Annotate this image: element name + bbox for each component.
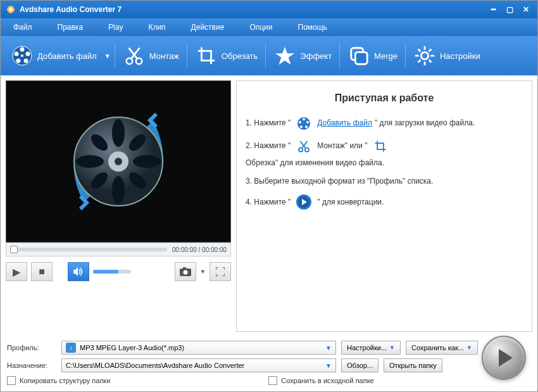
gear-icon [413, 44, 436, 67]
svg-point-1 [20, 47, 25, 52]
svg-point-3 [24, 59, 28, 63]
menu-file[interactable]: Файл [13, 23, 32, 32]
svg-point-24 [112, 119, 125, 147]
minimize-button[interactable]: ━ [487, 3, 499, 16]
svg-point-7 [127, 58, 132, 64]
snapshot-button[interactable] [175, 262, 196, 281]
play-button[interactable]: ▶ [6, 262, 27, 281]
svg-point-38 [303, 118, 305, 120]
app-title: Avdshare Audio Converter 7 [20, 5, 122, 14]
chevron-down-icon: ▼ [325, 345, 332, 351]
checkbox-icon [268, 376, 277, 385]
gs-step-1: 1. Нажмите " Добавить файл " для загрузк… [246, 115, 523, 132]
content-area: 00:00:00 / 00:00:00 ▶ ■ ▼ [1, 75, 537, 337]
add-file-link[interactable]: Добавить файл [317, 117, 372, 129]
bottom-panel: Профиль: ♪ MP3 MPEG Layer-3 Audio(*.mp3)… [1, 337, 537, 391]
mp3-icon: ♪ [66, 343, 76, 353]
svg-point-5 [15, 52, 19, 56]
merge-icon [347, 44, 370, 67]
maximize-button[interactable]: ▢ [503, 3, 516, 16]
profile-value: MP3 MPEG Layer-3 Audio(*.mp3) [80, 344, 184, 351]
svg-point-8 [136, 58, 142, 64]
settings-button[interactable]: Настройки [410, 42, 484, 70]
gs-step-3: 3. Выберите выходной формат из "Профиль"… [246, 175, 523, 187]
svg-point-6 [21, 54, 23, 57]
svg-point-35 [184, 270, 188, 275]
scissors-icon [123, 44, 146, 67]
merge-button[interactable]: Merge [344, 42, 401, 70]
menubar: Файл Правка Play Клип Действие Опции Пом… [1, 18, 537, 36]
app-logo-icon [6, 4, 16, 15]
add-file-button[interactable]: Добавить файл [7, 42, 101, 70]
crop-label: Обрезать [222, 51, 258, 61]
chevron-down-icon: ▼ [325, 362, 332, 369]
fullscreen-button[interactable] [210, 262, 231, 281]
convert-button[interactable] [482, 336, 526, 380]
open-folder-button[interactable]: Открыть папку [384, 358, 442, 372]
svg-point-13 [421, 52, 428, 59]
svg-point-2 [26, 52, 30, 56]
svg-line-18 [418, 49, 421, 52]
gs-title: Приступая к работе [246, 92, 523, 104]
svg-rect-36 [183, 267, 186, 269]
playback-controls: ▶ ■ ▼ [6, 260, 231, 283]
svg-point-39 [306, 121, 309, 123]
menu-clip[interactable]: Клип [148, 23, 165, 32]
menu-options[interactable]: Опции [249, 23, 272, 32]
menu-edit[interactable]: Правка [58, 23, 84, 32]
copy-structure-checkbox[interactable]: Копировать структуру папки [7, 376, 110, 385]
browse-button[interactable]: Обзор... [341, 358, 378, 372]
svg-point-40 [305, 125, 308, 128]
add-file-label: Добавить файл [37, 51, 97, 61]
dest-combo[interactable]: C:\Users\MLOADS\Documents\Avdshare Audio… [61, 358, 336, 372]
placeholder-wheel-icon [65, 108, 172, 215]
svg-point-44 [305, 148, 309, 151]
star-icon [273, 44, 296, 67]
trim-label: Монтаж [149, 51, 179, 61]
menu-action[interactable]: Действие [191, 23, 225, 32]
stop-button[interactable]: ■ [31, 262, 53, 281]
profile-label: Профиль: [7, 344, 56, 351]
video-preview [6, 80, 231, 243]
profile-combo[interactable]: ♪ MP3 MPEG Layer-3 Audio(*.mp3) ▼ [61, 341, 336, 355]
close-button[interactable]: ✕ [520, 3, 532, 16]
preview-pane: 00:00:00 / 00:00:00 ▶ ■ ▼ [6, 80, 231, 332]
seek-thumb[interactable] [10, 246, 18, 253]
checkbox-icon [7, 376, 16, 385]
svg-point-27 [133, 155, 161, 168]
getting-started-panel: Приступая к работе 1. Нажмите " Добавить… [236, 80, 532, 332]
app-window: Avdshare Audio Converter 7 ━ ▢ ✕ Файл Пр… [0, 0, 538, 392]
trim-button[interactable]: Монтаж [119, 42, 183, 70]
volume-button[interactable] [68, 262, 89, 281]
crop-icon [195, 44, 218, 67]
seek-bar[interactable]: 00:00:00 / 00:00:00 [6, 243, 231, 256]
effect-label: Эффект [300, 51, 332, 61]
reel-icon [296, 115, 312, 132]
convert-play-icon [296, 194, 312, 210]
svg-line-20 [429, 49, 432, 52]
svg-line-19 [429, 60, 432, 63]
svg-point-25 [112, 176, 125, 204]
svg-line-21 [418, 60, 421, 63]
menu-help[interactable]: Помощь [298, 23, 327, 32]
dest-label: Назначение: [7, 362, 56, 369]
crop-icon [372, 138, 389, 155]
svg-point-41 [300, 125, 303, 128]
snapshot-dropdown[interactable]: ▼ [200, 269, 206, 275]
add-file-dropdown[interactable]: ▼ [104, 53, 111, 60]
gs-step-2: 2. Нажмите " Монтаж" или " Обрезка" для … [246, 138, 523, 169]
save-source-checkbox[interactable]: Сохранить в исходной папке [268, 376, 373, 385]
merge-label: Merge [374, 51, 397, 61]
toolbar: Добавить файл ▼ Монтаж Обрезать Эффект [1, 36, 537, 75]
effect-button[interactable]: Эффект [270, 42, 335, 70]
crop-button[interactable]: Обрезать [191, 42, 261, 70]
profile-saveas-button[interactable]: Сохранить как...▼ [406, 341, 478, 355]
gs-step-4: 4. Нажмите " " для конвертации. [246, 194, 523, 210]
time-display: 00:00:00 / 00:00:00 [172, 246, 227, 253]
svg-rect-12 [355, 52, 367, 64]
volume-slider[interactable] [93, 270, 131, 274]
scissors-icon [296, 138, 312, 155]
profile-settings-button[interactable]: Настройки...▼ [341, 341, 401, 355]
svg-point-43 [299, 148, 303, 151]
menu-play[interactable]: Play [108, 23, 123, 32]
